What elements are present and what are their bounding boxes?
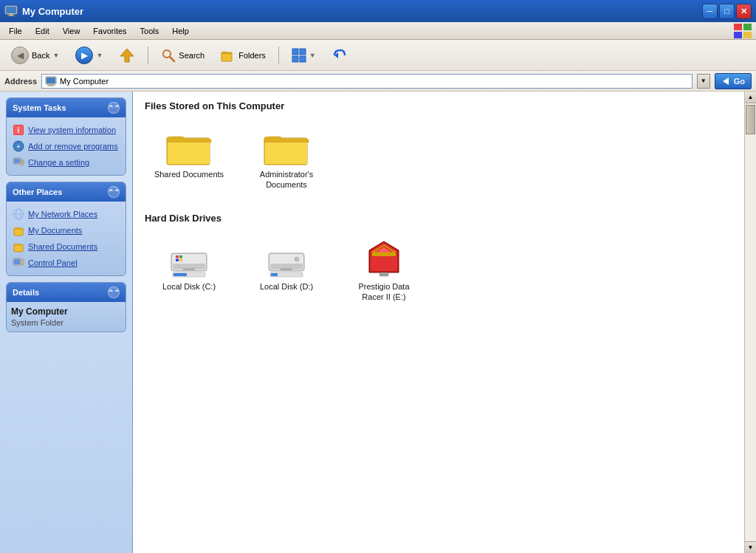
system-tasks-collapse[interactable]: ⌃⌃: [108, 102, 120, 114]
other-places-title: Other Places: [13, 188, 62, 196]
svg-line-11: [170, 57, 174, 61]
menu-tools[interactable]: Tools: [134, 25, 165, 37]
back-button[interactable]: ◀ Back ▼: [4, 44, 66, 67]
details-collapse[interactable]: ⌃⌃: [108, 286, 120, 298]
svg-rect-21: [47, 85, 55, 86]
svg-rect-45: [265, 142, 307, 164]
svg-point-61: [295, 257, 299, 261]
menu-view[interactable]: View: [57, 25, 86, 37]
svg-rect-56: [173, 273, 187, 276]
address-input-container[interactable]: My Computer: [41, 74, 693, 89]
undo-button[interactable]: [326, 44, 354, 67]
change-setting-link[interactable]: Change a setting: [11, 154, 121, 171]
svg-rect-50: [176, 255, 179, 258]
network-label: My Network Places: [28, 210, 97, 219]
admin-documents-item[interactable]: Administrator's Documents: [242, 120, 331, 198]
scrollbar[interactable]: ▲ ▼: [744, 92, 756, 553]
title-bar: My Computer ─ □ ✕: [0, 0, 756, 22]
setting-icon: [13, 157, 24, 168]
view-system-info-link[interactable]: i View system information: [11, 122, 121, 138]
svg-rect-67: [379, 272, 388, 276]
admin-documents-folder-icon: [263, 128, 310, 166]
scroll-track: [745, 103, 756, 541]
scroll-down-button[interactable]: ▼: [745, 541, 756, 553]
other-places-collapse[interactable]: ⌃⌃: [108, 186, 120, 198]
search-icon: [161, 48, 176, 63]
svg-rect-54: [183, 268, 195, 270]
details-header: Details ⌃⌃: [7, 283, 126, 302]
documents-icon: [13, 224, 24, 236]
drives-grid: Local Disk (C:): [145, 233, 732, 310]
control-panel-icon: [13, 257, 24, 269]
local-disk-c-icon: [165, 240, 213, 278]
svg-rect-20: [49, 84, 53, 86]
forward-button[interactable]: ▶ ▼: [69, 44, 109, 67]
menu-bar: File Edit View Favorites Tools Help: [0, 22, 756, 40]
forward-arrow: ▶: [75, 47, 93, 64]
control-panel-link[interactable]: Control Panel: [11, 255, 121, 271]
left-panel: System Tasks ⌃⌃ i View system informatio…: [0, 92, 133, 553]
views-icon: [292, 48, 306, 63]
details-type: System Folder: [11, 318, 121, 327]
address-bar: Address My Computer ▼ Go: [0, 71, 756, 92]
other-places-panel: Other Places ⌃⌃ My Network Places: [6, 182, 126, 276]
svg-marker-22: [723, 78, 729, 85]
local-disk-d-item[interactable]: Local Disk (D:): [242, 233, 331, 310]
svg-rect-2: [9, 14, 13, 16]
separator-2: [278, 47, 279, 64]
back-arrow: ◀: [11, 47, 29, 64]
up-button[interactable]: [112, 44, 142, 67]
close-button[interactable]: ✕: [736, 4, 752, 19]
menu-favorites[interactable]: Favorites: [87, 25, 132, 37]
my-documents-link[interactable]: My Documents: [11, 222, 121, 238]
scroll-up-button[interactable]: ▲: [745, 92, 756, 103]
back-dropdown: ▼: [52, 52, 59, 59]
menu-edit[interactable]: Edit: [30, 25, 55, 37]
minimize-button[interactable]: ─: [702, 4, 718, 19]
svg-rect-14: [300, 49, 306, 55]
shared-documents-item[interactable]: Shared Documents: [145, 120, 233, 198]
folders-button[interactable]: Folders: [214, 44, 272, 67]
prestigio-item[interactable]: Prestigio Data Racer II (E:): [340, 233, 428, 310]
title-icon: [4, 4, 18, 19]
address-value: My Computer: [60, 77, 109, 86]
svg-text:+: +: [16, 142, 21, 151]
views-dropdown: ▼: [309, 52, 316, 59]
views-button[interactable]: ▼: [285, 44, 323, 67]
local-disk-c-item[interactable]: Local Disk (C:): [145, 233, 233, 310]
local-disk-d-label: Local Disk (D:): [260, 281, 313, 292]
svg-rect-51: [179, 255, 182, 258]
shared-documents-icon: [13, 241, 24, 253]
separator-1: [148, 47, 148, 64]
undo-icon: [332, 48, 347, 63]
folders-icon: [221, 48, 236, 63]
menu-file[interactable]: File: [3, 25, 28, 37]
shared-documents-link[interactable]: Shared Documents: [11, 238, 121, 255]
add-remove-programs-link[interactable]: + Add or remove programs: [11, 138, 121, 154]
svg-rect-29: [14, 159, 20, 163]
other-places-header: Other Places ⌃⌃: [7, 182, 126, 202]
address-computer-icon: [45, 75, 57, 87]
local-disk-d-icon: [263, 240, 310, 278]
scroll-thumb[interactable]: [746, 105, 755, 134]
folders-grid: Shared Documents Administrator's Documen…: [145, 120, 732, 198]
go-arrow-icon: [721, 76, 732, 86]
menu-help[interactable]: Help: [166, 25, 195, 37]
search-button[interactable]: Search: [154, 44, 211, 67]
my-network-places-link[interactable]: My Network Places: [11, 206, 121, 222]
prestigio-icon: [360, 240, 408, 278]
details-body: My Computer System Folder: [7, 302, 126, 332]
maximize-button[interactable]: □: [719, 4, 735, 19]
svg-rect-40: [14, 259, 20, 264]
address-dropdown[interactable]: ▼: [697, 74, 710, 89]
go-button[interactable]: Go: [715, 73, 752, 89]
window-controls: ─ □ ✕: [702, 4, 752, 19]
info-icon: i: [13, 124, 24, 136]
programs-icon: +: [13, 140, 24, 152]
documents-label: My Documents: [28, 226, 82, 235]
up-icon: [119, 47, 135, 63]
svg-rect-15: [292, 56, 298, 62]
system-tasks-panel: System Tasks ⌃⌃ i View system informatio…: [6, 97, 126, 176]
svg-rect-41: [21, 259, 24, 265]
admin-documents-label: Administrator's Documents: [250, 169, 323, 190]
